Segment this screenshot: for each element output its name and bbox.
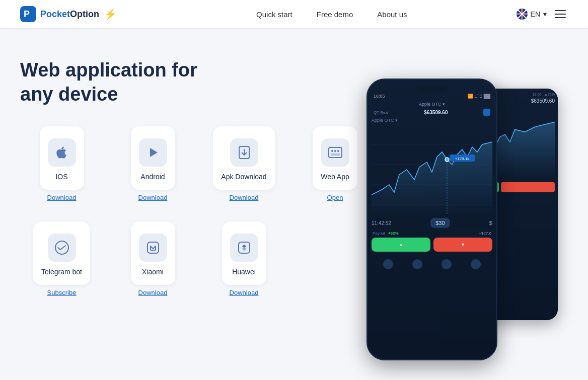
svg-point-18 — [55, 241, 68, 254]
trade-dollar-sign: $ — [489, 220, 492, 226]
phone-notch — [417, 86, 447, 92]
qt-label: QT Real — [374, 110, 389, 115]
webapp-card-inner[interactable]: Web App — [313, 126, 357, 190]
svg-point-14 — [331, 150, 333, 152]
trade-info-row: 11:42:52 $30 $ — [372, 218, 492, 228]
huawei-icon — [230, 234, 258, 262]
nav-about-us[interactable]: About us — [377, 10, 407, 19]
trade-time: 11:42:52 — [372, 220, 391, 226]
nav-icon-4 — [471, 259, 481, 269]
xiaomi-card[interactable]: Xiaomi Download — [111, 221, 194, 296]
hamburger-menu[interactable] — [553, 8, 568, 20]
huawei-card[interactable]: Huawei Download — [202, 221, 285, 296]
svg-marker-10 — [150, 148, 158, 157]
xiaomi-download-link[interactable]: Download — [138, 289, 168, 296]
svg-rect-13 — [329, 147, 342, 158]
android-icon — [139, 138, 167, 167]
nav-icon-2 — [412, 259, 422, 269]
svg-text:P: P — [24, 9, 30, 19]
lightning-icon: ⚡ — [104, 8, 117, 20]
android-card[interactable]: Android Download — [111, 126, 194, 201]
android-card-inner[interactable]: Android — [131, 126, 175, 190]
nav-icon-3 — [442, 259, 452, 269]
hero-section: Web application for any device — [0, 28, 588, 380]
payout-label: Payout — [373, 231, 385, 236]
front-chart-svg: +179.1k — [372, 124, 492, 215]
hamburger-line-3 — [555, 17, 566, 18]
telegram-card-inner[interactable]: Telegram bot — [33, 221, 90, 285]
nav-quick-start[interactable]: Quick start — [256, 10, 292, 19]
flag-icon — [517, 9, 528, 20]
logo-text: PocketOption — [40, 9, 99, 20]
webapp-open-link[interactable]: Open — [327, 194, 343, 201]
front-price: $63509.60 — [424, 110, 448, 115]
ios-card[interactable]: IOS Download — [20, 126, 103, 201]
apk-label: Apk Download — [221, 173, 266, 181]
telegram-card[interactable]: Telegram bot Subscribe — [20, 221, 103, 296]
front-status-bar: 16:05 📶 LTE ▓▓ — [372, 94, 492, 99]
hamburger-line-1 — [555, 10, 566, 11]
svg-text:+179.1k: +179.1k — [455, 157, 470, 161]
language-selector[interactable]: EN ▾ — [517, 9, 547, 20]
telegram-subscribe-link[interactable]: Subscribe — [47, 289, 77, 296]
ios-download-link[interactable]: Download — [47, 194, 77, 201]
hamburger-line-2 — [555, 14, 566, 15]
telegram-label: Telegram bot — [41, 268, 82, 276]
header-right: EN ▾ — [517, 8, 568, 20]
svg-marker-27 — [372, 142, 492, 215]
nav-icon-1 — [383, 259, 393, 269]
webapp-icon — [321, 138, 349, 167]
android-label: Android — [140, 173, 165, 181]
android-download-link[interactable]: Download — [138, 194, 168, 201]
lang-label: EN — [531, 10, 540, 18]
price-indicator — [483, 109, 490, 116]
app-grid-row1: IOS Download A — [20, 126, 393, 217]
huawei-download-link[interactable]: Download — [230, 289, 259, 296]
ios-card-inner[interactable]: IOS — [40, 126, 84, 190]
apple-icon — [48, 138, 76, 167]
trade-buttons: ▲ ▼ — [372, 238, 492, 252]
xiaomi-card-inner[interactable]: Xiaomi — [131, 221, 175, 285]
svg-rect-19 — [148, 242, 159, 253]
webapp-label: Web App — [321, 173, 349, 181]
sell-button[interactable]: ▼ — [433, 238, 492, 252]
chevron-down-icon: ▾ — [543, 10, 547, 18]
xiaomi-icon — [139, 234, 167, 262]
huawei-label: Huawei — [232, 268, 256, 276]
ios-label: IOS — [55, 173, 67, 181]
apk-download-link[interactable]: Download — [230, 194, 259, 201]
apk-icon — [230, 138, 258, 167]
profit-abs: +$27.6 — [479, 231, 491, 236]
phone-mockup-area: 19:06 ▲76% $63509.60 — [351, 79, 568, 380]
logo[interactable]: P PocketOption ⚡ — [20, 6, 117, 22]
header: P PocketOption ⚡ Quick start Free demo A… — [0, 0, 588, 28]
trade-amount: $30 — [430, 218, 450, 228]
apk-card-inner[interactable]: Apk Download — [213, 126, 274, 190]
telegram-icon — [48, 234, 76, 262]
xiaomi-label: Xiaomi — [142, 268, 164, 276]
huawei-card-inner[interactable]: Huawei — [222, 221, 266, 285]
main-nav: Quick start Free demo About us — [147, 10, 517, 19]
svg-point-16 — [337, 150, 339, 152]
apk-card[interactable]: Apk Download Download — [202, 126, 285, 201]
phone-nav-bar — [372, 255, 492, 271]
buy-button[interactable]: ▲ — [372, 238, 430, 252]
svg-rect-17 — [331, 154, 340, 156]
back-sell-btn — [501, 182, 555, 192]
phone-front: 16:05 📶 LTE ▓▓ Apple OTC ▾ QT Real $6350… — [366, 79, 497, 360]
nav-free-demo[interactable]: Free demo — [317, 10, 353, 19]
app-grid-row2: Telegram bot Subscribe — [20, 221, 393, 296]
front-chart-area: +179.1k — [372, 124, 492, 215]
phone-ticker: Apple OTC ▾ — [372, 102, 492, 107]
phone-front-screen: 16:05 📶 LTE ▓▓ Apple OTC ▾ QT Real $6350… — [368, 80, 496, 359]
logo-icon: P — [20, 6, 36, 22]
svg-point-15 — [334, 150, 336, 152]
chart-ticker-label: Apple OTC ▾ — [372, 118, 492, 123]
profit-pct: +92% — [388, 231, 399, 236]
